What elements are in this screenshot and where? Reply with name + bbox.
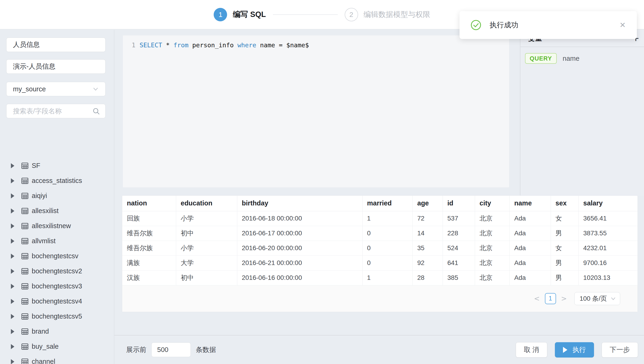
table-cell: Ada (510, 270, 551, 285)
page-size-value: 100 条/页 (580, 294, 607, 303)
table-cell: 2016-06-20 00:00:00 (237, 241, 362, 256)
datasource-select[interactable]: my_source (6, 82, 106, 96)
next-page-icon[interactable]: > (560, 294, 568, 303)
caret-right-icon[interactable] (11, 193, 14, 199)
limit-prefix-label: 展示前 (126, 345, 146, 354)
table-grid-icon (21, 177, 28, 184)
sql-editor[interactable]: 1 SELECT * from person_info where name =… (123, 35, 509, 188)
chevron-down-icon (92, 86, 99, 92)
prev-page-icon[interactable]: < (532, 294, 541, 303)
stepper: 1 编写 SQL 2 编辑数据模型与权限 (214, 8, 430, 21)
table-cell: 2016-06-17 00:00:00 (237, 226, 362, 241)
caret-right-icon[interactable] (11, 344, 14, 349)
table-cell: 1 (362, 211, 412, 226)
table-cell: 228 (442, 226, 475, 241)
run-button[interactable]: 执行 (555, 342, 594, 357)
table-name-label: aiqiyi (32, 192, 47, 200)
success-check-icon (470, 20, 481, 30)
table-name-label: access_statistics (32, 177, 82, 185)
caret-right-icon[interactable] (11, 314, 14, 319)
table-row: 维吾尔族初中2016-06-17 00:00:00014228北京Ada男387… (122, 226, 638, 241)
caret-right-icon[interactable] (11, 254, 14, 259)
success-toast: 执行成功 ✕ (460, 11, 637, 39)
table-cell: 92 (412, 256, 442, 270)
line-number: 1 (123, 42, 140, 49)
caret-right-icon[interactable] (11, 209, 14, 214)
sidebar-table-item[interactable]: channel (0, 354, 114, 364)
sidebar-table-item[interactable]: bochengtestcsv2 (0, 264, 114, 279)
current-page-button[interactable]: 1 (545, 293, 556, 304)
dataset-display-name-input[interactable] (6, 59, 106, 74)
next-step-button[interactable]: 下一步 (602, 342, 638, 357)
sidebar-table-item[interactable]: buy_sale (0, 339, 114, 354)
dataset-name-input[interactable] (6, 38, 106, 52)
sql-code-line: 1 SELECT * from person_info where name =… (123, 42, 509, 49)
table-name-label: buy_sale (32, 343, 58, 350)
step-2-label: 编辑数据模型与权限 (364, 10, 430, 20)
table-cell: Ada (510, 211, 551, 226)
table-tree: SFaccess_statisticsaiqiyiallesxilistalle… (0, 158, 114, 364)
column-header: married (362, 196, 412, 211)
sidebar-table-item[interactable]: bochengtestcsv3 (0, 279, 114, 294)
results-table-card: nationeducationbirthdaymarriedageidcityn… (122, 196, 638, 312)
page-size-select[interactable]: 100 条/页 (574, 292, 620, 305)
sidebar-table-item[interactable]: bochengtestcsv4 (0, 294, 114, 309)
column-header: age (412, 196, 442, 211)
search-box (6, 104, 106, 118)
caret-right-icon[interactable] (11, 239, 14, 244)
table-name-label: SF (32, 162, 40, 169)
table-cell: 小学 (176, 211, 237, 226)
search-input[interactable] (6, 104, 105, 118)
sidebar-table-item[interactable]: bochengtestcsv (0, 249, 114, 264)
run-button-label: 执行 (572, 345, 586, 354)
table-cell: 35 (412, 241, 442, 256)
sidebar-table-item[interactable]: aiqiyi (0, 188, 114, 203)
caret-right-icon[interactable] (11, 359, 14, 364)
close-icon[interactable]: ✕ (620, 21, 626, 30)
table-grid-icon (21, 328, 28, 335)
table-grid-icon (21, 208, 28, 214)
table-cell: 385 (442, 270, 475, 285)
table-cell: 0 (362, 226, 412, 241)
table-name-label: allvmlist (32, 237, 56, 245)
table-cell: 女 (551, 241, 578, 256)
table-cell: 北京 (475, 241, 510, 256)
table-cell: 男 (551, 270, 578, 285)
column-header: education (176, 196, 237, 211)
row-limit-input[interactable] (152, 342, 191, 357)
table-cell: 2016-06-16 00:00:00 (237, 270, 362, 285)
caret-right-icon[interactable] (11, 329, 14, 334)
variable-item: QUERY name (520, 47, 644, 64)
cancel-button[interactable]: 取 消 (516, 342, 547, 357)
caret-right-icon[interactable] (11, 163, 14, 168)
sidebar-table-item[interactable]: allesxilist (0, 203, 114, 218)
table-cell: 2016-06-18 00:00:00 (237, 211, 362, 226)
caret-right-icon[interactable] (11, 178, 14, 184)
sidebar-table-item[interactable]: access_statistics (0, 173, 114, 188)
caret-right-icon[interactable] (11, 284, 14, 289)
caret-right-icon[interactable] (11, 299, 14, 304)
sidebar-table-item[interactable]: allvmlist (0, 234, 114, 249)
table-cell: 维吾尔族 (122, 241, 176, 256)
table-grid-icon (21, 193, 28, 199)
sidebar-table-item[interactable]: bochengtestcsv5 (0, 309, 114, 324)
stepper-connector (273, 14, 338, 15)
sidebar-table-item[interactable]: brand (0, 324, 114, 339)
table-cell: 男 (551, 256, 578, 270)
sidebar-table-item[interactable]: allesxilistnew (0, 218, 114, 234)
table-cell: 3873.55 (578, 226, 638, 241)
action-buttons: 取 消 执行 下一步 (516, 342, 638, 357)
caret-right-icon[interactable] (11, 269, 14, 274)
table-row: 汉族初中2016-06-16 00:00:00128385北京Ada男10203… (122, 270, 638, 285)
table-cell: Ada (510, 241, 551, 256)
table-grid-icon (21, 298, 28, 305)
table-cell: 小学 (176, 241, 237, 256)
table-name-label: allesxilistnew (32, 222, 71, 230)
table-name-label: bochengtestcsv5 (32, 312, 82, 320)
table-cell: 4232.01 (578, 241, 638, 256)
play-icon (563, 347, 568, 353)
table-cell: 北京 (475, 211, 510, 226)
caret-right-icon[interactable] (11, 224, 14, 229)
sidebar-table-item[interactable]: SF (0, 158, 114, 173)
row-limit-group: 展示前 条数据 (126, 342, 216, 357)
